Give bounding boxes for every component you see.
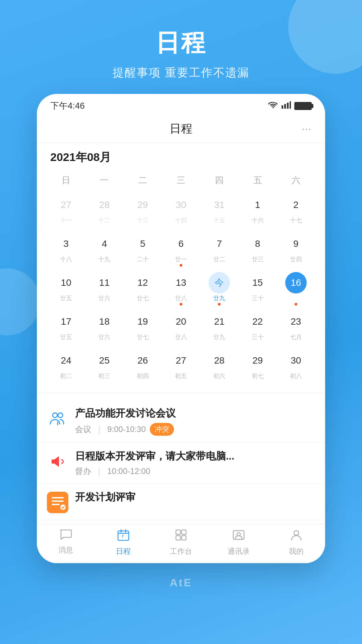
day-cell[interactable]: 21廿九	[200, 308, 238, 347]
calendar-week-4: 17廿五 18廿六 19廿七 20廿八 21廿九 22三十 23七月	[47, 308, 315, 347]
day-cell[interactable]: 10廿五	[47, 269, 85, 308]
event-time: 9:00-10:30	[107, 425, 146, 434]
day-cell[interactable]: 18廿六	[85, 308, 123, 347]
day-cell[interactable]: 2十七	[277, 192, 315, 230]
day-cell-today[interactable]: 今廿九	[200, 269, 238, 308]
nav-item-messages[interactable]: 消息	[37, 529, 95, 556]
meeting-icon	[47, 408, 68, 429]
day-cell[interactable]: 5二十	[124, 230, 162, 269]
svg-rect-20	[182, 536, 186, 540]
nav-item-contacts[interactable]: 通讯录	[210, 529, 267, 556]
day-cell[interactable]: 4十九	[85, 230, 123, 269]
event-item-task[interactable]: 开发计划评审	[37, 484, 325, 520]
event-title: 开发计划评审	[75, 490, 315, 504]
bottom-text: AtE	[170, 577, 192, 589]
event-item-announce[interactable]: 日程版本开发评审，请大家带电脑... 督办 ｜ 10:00-12:00	[37, 443, 325, 484]
weekday-tue: 二	[124, 172, 162, 189]
svg-point-4	[53, 413, 57, 418]
event-content: 开发计划评审	[75, 490, 315, 507]
svg-rect-18	[182, 530, 186, 534]
event-title: 产品功能开发讨论会议	[75, 407, 315, 420]
calendar-week-5: 24初二 25初三 26初四 27初五 28初六 29初七 30初八	[47, 347, 315, 386]
nav-item-workspace[interactable]: 工作台	[152, 529, 210, 556]
nav-label-mine: 我的	[289, 546, 304, 556]
day-cell[interactable]: 11廿六	[85, 269, 123, 308]
nav-label-messages: 消息	[58, 545, 73, 555]
page-subtitle: 提醒事项 重要工作不遗漏	[0, 65, 362, 80]
day-cell[interactable]: 19廿七	[124, 308, 162, 347]
day-cell[interactable]: 28初六	[200, 347, 238, 386]
event-item-meeting[interactable]: 产品功能开发讨论会议 会议 ｜ 9:00-10:30 冲突	[37, 400, 325, 443]
divider	[37, 393, 325, 393]
svg-rect-2	[287, 103, 289, 109]
day-cell[interactable]: 29十三	[124, 192, 162, 230]
day-cell[interactable]: 20廿八	[162, 308, 200, 347]
phone-frame: 下午4:46 日程 ··· 2021年08月 日 一 二 三 四 五	[37, 94, 325, 563]
day-cell[interactable]: 17廿五	[47, 308, 85, 347]
announce-icon	[47, 451, 68, 472]
day-cell[interactable]: 26初四	[124, 347, 162, 386]
day-cell[interactable]: 23七月	[277, 308, 315, 347]
day-cell[interactable]: 12廿七	[124, 269, 162, 308]
day-cell[interactable]: 22三十	[238, 308, 277, 347]
svg-rect-3	[290, 101, 291, 109]
svg-rect-8	[52, 497, 64, 498]
calendar-week-1: 27十一 28十二 29十三 30十四 31十五 1十六 2十七	[47, 192, 315, 230]
weekday-thu: 四	[200, 172, 238, 189]
weekday-sun: 日	[47, 172, 85, 189]
bottom-nav: 消息 7 日程	[37, 524, 325, 563]
day-cell[interactable]: 30初八	[277, 347, 315, 386]
day-cell[interactable]: 25初三	[85, 347, 123, 386]
day-cell[interactable]: 30十四	[162, 192, 200, 230]
nav-item-mine[interactable]: 我的	[267, 529, 325, 556]
status-time: 下午4:46	[50, 100, 85, 112]
event-type: 督办	[75, 466, 91, 477]
svg-point-11	[60, 504, 66, 510]
app-header-title: 日程	[170, 121, 192, 137]
day-cell[interactable]: 8廿三	[238, 230, 277, 269]
calendar-icon: 7	[117, 529, 130, 544]
day-cell[interactable]: 15三十	[238, 269, 277, 308]
nav-label-contacts: 通讯录	[228, 546, 250, 556]
event-content: 日程版本开发评审，请大家带电脑... 督办 ｜ 10:00-12:00	[75, 449, 315, 477]
weekday-fri: 五	[238, 172, 277, 189]
svg-rect-0	[282, 105, 283, 109]
event-time: 10:00-12:00	[107, 467, 150, 476]
day-cell[interactable]: 28十二	[85, 192, 123, 230]
status-icons	[268, 101, 312, 111]
day-cell[interactable]: 27初五	[162, 347, 200, 386]
svg-point-5	[58, 413, 63, 418]
svg-rect-10	[52, 504, 60, 505]
event-meta: 会议 ｜ 9:00-10:30 冲突	[75, 423, 315, 436]
conflict-badge: 冲突	[150, 423, 174, 436]
day-cell[interactable]: 1十六	[238, 192, 277, 230]
day-cell[interactable]: 9廿四	[277, 230, 315, 269]
day-cell[interactable]: 3十八	[47, 230, 85, 269]
app-header: 日程 ···	[37, 115, 325, 143]
calendar-weekdays: 日 一 二 三 四 五 六	[47, 172, 315, 189]
day-cell[interactable]: 29初七	[238, 347, 277, 386]
day-cell[interactable]: 27十一	[47, 192, 85, 230]
day-cell[interactable]: 13廿八	[162, 269, 200, 308]
chat-icon	[59, 529, 72, 543]
deco-circle-left	[0, 268, 40, 335]
grid-icon	[175, 529, 187, 544]
day-cell-selected[interactable]: 16初一	[277, 269, 315, 308]
svg-text:7: 7	[122, 534, 124, 538]
svg-rect-17	[176, 530, 180, 534]
calendar-week-3: 10廿五 11廿六 12廿七 13廿八 今廿九 15三十 16初一	[47, 269, 315, 308]
wifi-icon	[268, 101, 278, 111]
svg-rect-7	[47, 492, 68, 513]
more-button[interactable]: ···	[302, 123, 312, 134]
day-cell[interactable]: 7廿二	[200, 230, 238, 269]
day-cell[interactable]: 6廿一	[162, 230, 200, 269]
day-cell[interactable]: 31十五	[200, 192, 238, 230]
weekday-wed: 三	[162, 172, 200, 189]
signal-icon	[282, 101, 291, 111]
event-meta: 督办 ｜ 10:00-12:00	[75, 466, 315, 477]
weekday-sat: 六	[277, 172, 315, 189]
day-cell[interactable]: 24初二	[47, 347, 85, 386]
svg-rect-1	[284, 104, 286, 109]
svg-point-23	[294, 531, 299, 535]
nav-item-schedule[interactable]: 7 日程	[95, 529, 152, 556]
